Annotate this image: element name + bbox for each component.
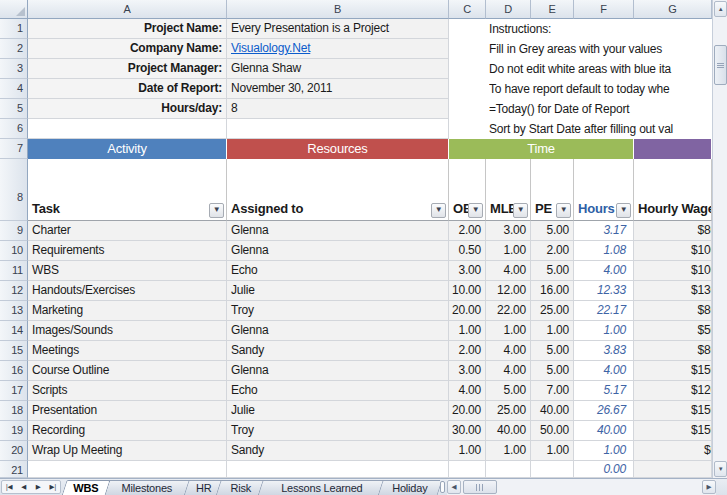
cell-wage-19[interactable]: $150 — [634, 421, 712, 441]
cell-oe-10[interactable]: 0.50 — [449, 241, 486, 261]
cell-pe-14[interactable]: 1.00 — [531, 321, 574, 341]
cell-pe-11[interactable]: 5.00 — [531, 261, 574, 281]
cell-oe-17[interactable]: 4.00 — [449, 381, 486, 401]
cell-task-21[interactable] — [28, 461, 227, 478]
cell-oe-14[interactable]: 1.00 — [449, 321, 486, 341]
column-header-task[interactable]: Task▼ — [28, 159, 227, 221]
row-header-12[interactable]: 12 — [0, 281, 28, 301]
cell-assigned-18[interactable]: Julie — [227, 401, 449, 421]
instruction-line-6[interactable]: Sort by Start Date after filling out val — [489, 119, 712, 139]
cell-A3[interactable]: Project Manager: — [28, 59, 227, 79]
cell-hours-21[interactable]: 0.00 — [574, 461, 634, 478]
select-all-corner[interactable] — [0, 0, 28, 19]
cell-pe-12[interactable]: 16.00 — [531, 281, 574, 301]
cell-mle-10[interactable]: 1.00 — [486, 241, 531, 261]
cell-task-9[interactable]: Charter — [28, 221, 227, 241]
row-header-9[interactable]: 9 — [0, 221, 28, 241]
cell-assigned-14[interactable]: Glenna — [227, 321, 449, 341]
row-header-17[interactable]: 17 — [0, 381, 28, 401]
cell-oe-13[interactable]: 20.00 — [449, 301, 486, 321]
scroll-right-button[interactable]: ▶ — [702, 480, 716, 494]
cell-B4[interactable]: November 30, 2011 — [227, 79, 449, 99]
cell-oe-20[interactable]: 1.00 — [449, 441, 486, 461]
cell-assigned-9[interactable]: Glenna — [227, 221, 449, 241]
scroll-left-button[interactable]: ◀ — [447, 480, 461, 494]
cell-task-18[interactable]: Presentation — [28, 401, 227, 421]
cell-assigned-11[interactable]: Echo — [227, 261, 449, 281]
cell-A1[interactable]: Project Name: — [28, 19, 227, 39]
cell-mle-18[interactable]: 25.00 — [486, 401, 531, 421]
cell-task-13[interactable]: Marketing — [28, 301, 227, 321]
cell-hours-14[interactable]: 1.00 — [574, 321, 634, 341]
cell-task-12[interactable]: Handouts/Exercises — [28, 281, 227, 301]
cell-oe-19[interactable]: 30.00 — [449, 421, 486, 441]
cell-wage-14[interactable]: $50 — [634, 321, 712, 341]
cell-pe-15[interactable]: 5.00 — [531, 341, 574, 361]
first-sheet-icon[interactable]: |◀ — [2, 481, 17, 493]
cell-assigned-10[interactable]: Glenna — [227, 241, 449, 261]
cell-pe-18[interactable]: 40.00 — [531, 401, 574, 421]
cell-oe-15[interactable]: 2.00 — [449, 341, 486, 361]
cell-A6[interactable] — [28, 119, 227, 139]
column-header-D[interactable]: D — [486, 0, 531, 19]
vertical-scrollbar[interactable]: ▲ ▼ — [712, 0, 727, 478]
cell-pe-20[interactable]: 1.00 — [531, 441, 574, 461]
cell-hours-18[interactable]: 26.67 — [574, 401, 634, 421]
cell-wage-18[interactable]: $150 — [634, 401, 712, 421]
cell-task-17[interactable]: Scripts — [28, 381, 227, 401]
row-header-20[interactable]: 20 — [0, 441, 28, 461]
cell-task-15[interactable]: Meetings — [28, 341, 227, 361]
instruction-line-3[interactable]: Do not edit white areas with blue ita — [489, 59, 712, 79]
filter-button-hours[interactable]: ▼ — [616, 203, 631, 218]
column-header-oe[interactable]: OE▼ — [449, 159, 486, 221]
sheet-tab-wbs[interactable]: WBS — [62, 480, 111, 495]
horizontal-scrollbar-thumb[interactable] — [463, 480, 497, 494]
cell-assigned-19[interactable]: Troy — [227, 421, 449, 441]
filter-button-mle[interactable]: ▼ — [513, 203, 528, 218]
sheet-tab-holiday[interactable]: Holiday — [377, 480, 440, 495]
column-header-hours[interactable]: Hours▼ — [574, 159, 634, 221]
vertical-scrollbar-thumb[interactable] — [714, 45, 727, 85]
row-header-18[interactable]: 18 — [0, 401, 28, 421]
column-header-assigned-to[interactable]: Assigned to▼ — [227, 159, 449, 221]
previous-sheet-icon[interactable]: ◀ — [17, 481, 32, 493]
cell-assigned-15[interactable]: Sandy — [227, 341, 449, 361]
cell-pe-10[interactable]: 2.00 — [531, 241, 574, 261]
cell-assigned-16[interactable]: Glenna — [227, 361, 449, 381]
filter-button-assigned-to[interactable]: ▼ — [431, 203, 446, 218]
cell-oe-11[interactable]: 3.00 — [449, 261, 486, 281]
scroll-down-button[interactable]: ▼ — [714, 461, 727, 477]
cell-B3[interactable]: Glenna Shaw — [227, 59, 449, 79]
cell-oe-21[interactable] — [449, 461, 486, 478]
column-header-F[interactable]: F — [574, 0, 634, 19]
row-header-2[interactable]: 2 — [0, 39, 28, 59]
cell-assigned-13[interactable]: Troy — [227, 301, 449, 321]
column-header-G[interactable]: G — [634, 0, 712, 19]
band-time[interactable]: Time — [449, 139, 634, 159]
cell-hours-10[interactable]: 1.08 — [574, 241, 634, 261]
row-header-14[interactable]: 14 — [0, 321, 28, 341]
cell-assigned-12[interactable]: Julie — [227, 281, 449, 301]
instruction-line-5[interactable]: =Today() for Date of Report — [489, 99, 712, 119]
last-sheet-icon[interactable]: ▶| — [46, 481, 61, 493]
cell-assigned-20[interactable]: Sandy — [227, 441, 449, 461]
cell-mle-12[interactable]: 12.00 — [486, 281, 531, 301]
cell-wage-17[interactable]: $120 — [634, 381, 712, 401]
cell-mle-17[interactable]: 5.00 — [486, 381, 531, 401]
cell-B2[interactable]: Visualology.Net — [227, 39, 449, 59]
cell-task-11[interactable]: WBS — [28, 261, 227, 281]
row-header-7[interactable]: 7 — [0, 139, 28, 159]
cell-mle-19[interactable]: 40.00 — [486, 421, 531, 441]
cell-pe-17[interactable]: 7.00 — [531, 381, 574, 401]
cell-A4[interactable]: Date of Report: — [28, 79, 227, 99]
cell-B1[interactable]: Every Presentation is a Project — [227, 19, 449, 39]
band-activity[interactable]: Activity — [28, 139, 227, 159]
row-header-10[interactable]: 10 — [0, 241, 28, 261]
cell-task-10[interactable]: Requirements — [28, 241, 227, 261]
cell-wage-12[interactable]: $130 — [634, 281, 712, 301]
row-header-16[interactable]: 16 — [0, 361, 28, 381]
column-header-E[interactable]: E — [531, 0, 574, 19]
column-header-pe[interactable]: PE▼ — [531, 159, 574, 221]
instruction-line-4[interactable]: To have report default to today whe — [489, 79, 712, 99]
cell-mle-9[interactable]: 3.00 — [486, 221, 531, 241]
